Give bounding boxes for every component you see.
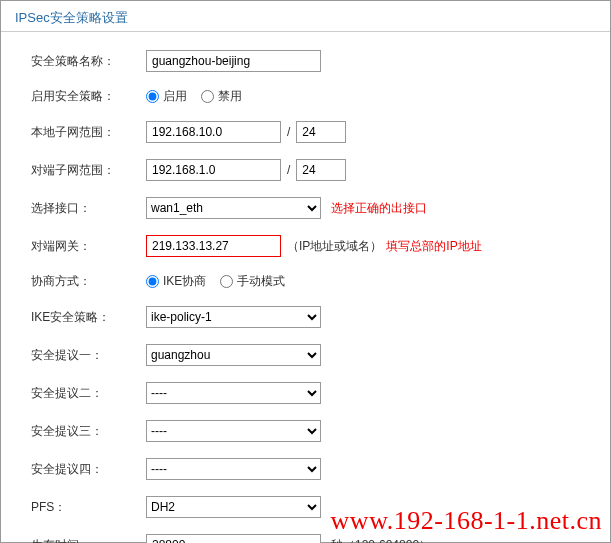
- label-proposal4: 安全提议四：: [31, 461, 146, 478]
- proposal3-select[interactable]: ----: [146, 420, 321, 442]
- label-local-subnet: 本地子网范围：: [31, 124, 146, 141]
- slash: /: [287, 125, 290, 139]
- manual-radio[interactable]: [220, 275, 233, 288]
- label-pfs: PFS：: [31, 499, 146, 516]
- policy-name-input[interactable]: [146, 50, 321, 72]
- proposal1-select[interactable]: guangzhou: [146, 344, 321, 366]
- local-subnet-ip-input[interactable]: [146, 121, 281, 143]
- label-peer-gateway: 对端网关：: [31, 238, 146, 255]
- disable-radio-label: 禁用: [218, 88, 242, 105]
- label-interface: 选择接口：: [31, 200, 146, 217]
- label-negotiation: 协商方式：: [31, 273, 146, 290]
- peer-gateway-input[interactable]: [146, 235, 281, 257]
- enable-radio[interactable]: [146, 90, 159, 103]
- label-policy-name: 安全策略名称：: [31, 53, 146, 70]
- manual-radio-label: 手动模式: [237, 273, 285, 290]
- peer-subnet-ip-input[interactable]: [146, 159, 281, 181]
- label-peer-subnet: 对端子网范围：: [31, 162, 146, 179]
- local-subnet-mask-input[interactable]: [296, 121, 346, 143]
- proposal2-select[interactable]: ----: [146, 382, 321, 404]
- interface-select[interactable]: wan1_eth: [146, 197, 321, 219]
- label-proposal3: 安全提议三：: [31, 423, 146, 440]
- enable-radio-label: 启用: [163, 88, 187, 105]
- slash: /: [287, 163, 290, 177]
- peer-subnet-mask-input[interactable]: [296, 159, 346, 181]
- gateway-red-note: 填写总部的IP地址: [386, 238, 481, 255]
- ike-radio-label: IKE协商: [163, 273, 206, 290]
- disable-radio[interactable]: [201, 90, 214, 103]
- label-proposal1: 安全提议一：: [31, 347, 146, 364]
- lifetime-unit: 秒（120-604800）: [331, 537, 431, 544]
- watermark: www.192-168-1-1.net.cn: [331, 506, 602, 536]
- label-ike-policy: IKE安全策略：: [31, 309, 146, 326]
- lifetime-input[interactable]: [146, 534, 321, 543]
- label-lifetime: 生存时间：: [31, 537, 146, 544]
- panel-title: IPSec安全策略设置: [1, 1, 610, 32]
- ike-radio[interactable]: [146, 275, 159, 288]
- label-proposal2: 安全提议二：: [31, 385, 146, 402]
- pfs-select[interactable]: DH2: [146, 496, 321, 518]
- interface-note: 选择正确的出接口: [331, 200, 427, 217]
- label-enable-policy: 启用安全策略：: [31, 88, 146, 105]
- gateway-hint: （IP地址或域名）: [287, 238, 382, 255]
- proposal4-select[interactable]: ----: [146, 458, 321, 480]
- ike-policy-select[interactable]: ike-policy-1: [146, 306, 321, 328]
